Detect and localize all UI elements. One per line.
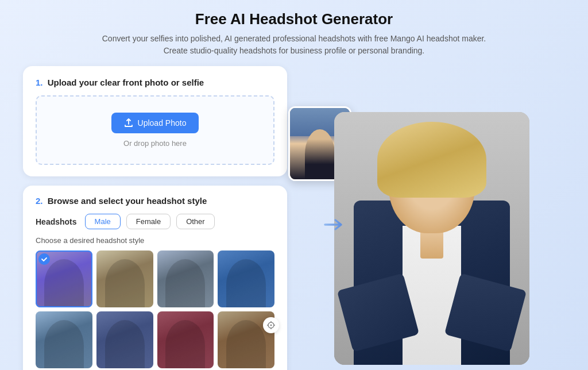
crosshair-icon — [267, 321, 275, 329]
thumbnail-grid — [36, 250, 274, 370]
thumb-2-bg — [96, 250, 153, 307]
upload-photo-button[interactable]: Upload Photo — [111, 113, 199, 133]
scroll-center-button[interactable] — [263, 317, 279, 333]
page-title: Free AI Headshot Generator — [23, 10, 565, 28]
page-wrapper: Free AI Headshot Generator Convert your … — [0, 0, 588, 370]
upload-card: 1. Upload your clear front photo or self… — [23, 66, 287, 176]
person-silhouette-7 — [165, 320, 205, 368]
filter-male-button[interactable]: Male — [85, 214, 121, 229]
source-person — [305, 129, 335, 179]
arrow-right-icon — [324, 217, 346, 233]
upload-section-title: 1. Upload your clear front photo or self… — [36, 78, 274, 87]
selected-check-badge — [38, 253, 50, 265]
thumbnail-4[interactable] — [218, 250, 274, 307]
person-silhouette-1 — [44, 259, 84, 307]
person-silhouette-5 — [44, 320, 84, 368]
style-step-number: 2. — [36, 196, 43, 206]
thumbnail-3[interactable] — [157, 250, 214, 307]
filter-row: Headshots Male Female Other — [36, 214, 274, 229]
upload-dropzone[interactable]: Upload Photo Or drop photo here — [36, 95, 274, 165]
result-image-area — [334, 112, 529, 365]
person-silhouette-3 — [165, 259, 205, 307]
result-headshot — [334, 112, 529, 365]
thumbnails-container — [36, 250, 274, 370]
header-subtitle: Convert your selfies into polished, AI g… — [99, 33, 489, 57]
transform-arrow — [324, 217, 346, 235]
thumbnail-6[interactable] — [96, 311, 153, 368]
filter-other-button[interactable]: Other — [176, 214, 215, 229]
right-panel — [299, 66, 565, 370]
thumb-6-bg — [96, 311, 153, 368]
style-section-title: 2. Browse and select your headshot style — [36, 196, 274, 206]
person-silhouette-8 — [226, 320, 266, 368]
svg-point-1 — [270, 325, 272, 326]
thumbnail-5[interactable] — [36, 311, 92, 368]
filter-category-label: Headshots — [36, 217, 77, 226]
thumb-4-bg — [218, 250, 274, 307]
thumb-3-bg — [157, 250, 214, 307]
thumb-7-bg — [157, 311, 214, 368]
upload-hint: Or drop photo here — [123, 139, 187, 148]
header: Free AI Headshot Generator Convert your … — [23, 10, 565, 57]
thumb-5-bg — [36, 311, 92, 368]
filter-female-button[interactable]: Female — [126, 214, 171, 229]
style-step-label: Browse and select your headshot style — [48, 196, 207, 206]
style-card: 2. Browse and select your headshot style… — [23, 186, 287, 370]
thumbnail-7[interactable] — [157, 311, 214, 368]
content-area: 1. Upload your clear front photo or self… — [23, 66, 565, 370]
result-hair — [377, 122, 486, 198]
upload-icon — [124, 118, 133, 128]
person-silhouette-6 — [105, 320, 145, 368]
choose-style-label: Choose a desired headshot style — [36, 236, 274, 245]
upload-step-number: 1. — [36, 78, 43, 87]
left-panel: 1. Upload your clear front photo or self… — [23, 66, 287, 370]
upload-step-label: Upload your clear front photo or selfie — [48, 78, 204, 87]
person-silhouette-4 — [226, 259, 266, 307]
person-silhouette-2 — [105, 259, 145, 307]
thumbnail-1[interactable] — [36, 250, 92, 307]
thumbnail-2[interactable] — [96, 250, 153, 307]
upload-button-label: Upload Photo — [138, 118, 187, 128]
